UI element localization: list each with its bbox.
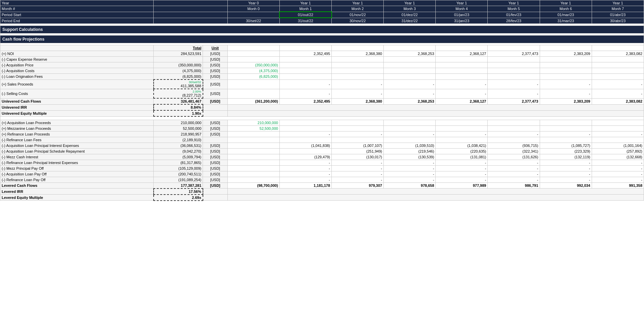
levered-cf-y0: (98,700,000) [227, 182, 279, 189]
refi-loan-m7: - [592, 131, 644, 137]
acq-interest-label: (-) Acquisition Loan Principal Interest … [0, 143, 154, 148]
sales-proceeds-total: 30/set/32 411,385,588 [154, 79, 203, 89]
sales-proceeds-row: (+) Sales Proceeds 30/set/32 411,385,588… [0, 79, 644, 89]
noi-y0 [227, 51, 279, 57]
levered-cf-row: Levered Cash Flows 177,387,281 [USD] (98… [0, 182, 644, 189]
levered-cf-m6: 992,034 [540, 182, 592, 189]
acq-interest-m6: (1,085,727) [540, 143, 592, 148]
month-label: Month # [0, 6, 154, 12]
cashflow-title: Cash flow Projections [0, 36, 644, 43]
refi-fees-row: (-) Refinance Loan Fees (2,189,910) [0, 137, 644, 143]
refi-interest-unit: [USD] [203, 160, 227, 165]
acq-price-label: (-) Acquisition Price [0, 62, 154, 68]
capex-label: (-) Capex Expense Reserve [0, 57, 154, 62]
acq-payoff-total: (200,740,511) [154, 171, 203, 177]
sales-proceeds-label: (+) Sales Proceeds [0, 79, 154, 89]
loan-orig-m2 [332, 74, 384, 80]
year-1-m3: Year 1 [384, 0, 436, 6]
sales-proceeds-m1: - [279, 79, 331, 89]
mezz-cash-interest-label: (-) Mezz Cash Interest [0, 154, 154, 160]
month-header-row: Month # Monh 0 Monh 1 Monh 2 Monh 3 Monh… [0, 6, 644, 12]
unlevered-em-label: Unlevered Equity Multiple [0, 110, 154, 116]
capex-m1 [279, 57, 331, 62]
refi-loan-m6: - [540, 131, 592, 137]
unlevered-em-value: 1.90x [154, 110, 203, 116]
capex-y0 [227, 57, 279, 62]
selling-costs-unit: [USD] [203, 89, 227, 98]
levered-cf-m7: 991,358 [592, 182, 644, 189]
sales-proceeds-m7: - [592, 79, 644, 89]
levered-irr-label: Levered IRR [0, 189, 154, 195]
acq-payoff-m5: - [488, 171, 540, 177]
unlevered-cf-m4: 2,368,127 [436, 98, 488, 104]
period-start-7: 01/abr/23 [592, 12, 644, 18]
acq-repay-m7: (257,892) [592, 148, 644, 154]
unlevered-irr-label: Unlevered IRR [0, 104, 154, 110]
levered-cf-unit: [USD] [203, 182, 227, 189]
selling-costs-m6: - [540, 89, 592, 98]
period-end-2: 30/nov/22 [332, 18, 384, 24]
refi-loan-unit: [USD] [203, 131, 227, 137]
refi-fees-total: (2,189,910) [154, 137, 203, 143]
acq-payoff-m3: - [384, 171, 436, 177]
refi-payoff-m4: - [436, 177, 488, 182]
noi-total: 284,523,591 [154, 51, 203, 57]
acq-repay-total: (9,042,270) [154, 148, 203, 154]
refi-interest-row: (-) Refinance Loan Principal Interest Ex… [0, 160, 644, 165]
unlevered-em-data [227, 110, 644, 116]
mezz-payoff-total: (105,129,009) [154, 165, 203, 171]
refi-interest-m2: - [332, 160, 384, 165]
month-2: Monh 2 [332, 6, 384, 12]
unlevered-irr-value: 8.84% [154, 104, 203, 110]
data-header-4 [436, 45, 488, 51]
loan-orig-m6 [540, 74, 592, 80]
period-start-1[interactable]: 01/out/22 [279, 12, 331, 18]
acq-loan-m1 [279, 120, 331, 125]
mezz-payoff-m5: - [488, 165, 540, 171]
month-6: Monh 6 [540, 6, 592, 12]
acq-repay-m6: (223,329) [540, 148, 592, 154]
period-start-5: 01/fev/23 [488, 12, 540, 18]
levered-cf-label: Levered Cash Flows [0, 182, 154, 189]
levered-irr-value: 17.56% [154, 189, 203, 195]
acq-loan-label: (+) Acquisition Loan Proceeds [0, 120, 154, 125]
selling-costs-m1: - [279, 89, 331, 98]
levered-cf-m4: 977,989 [436, 182, 488, 189]
levered-em-value: 2.69x [154, 195, 203, 201]
mezz-loan-label: (+) Mezzanine Loan Proceeds [0, 125, 154, 131]
refi-interest-m6: - [540, 160, 592, 165]
period-end-5: 28/fev/23 [488, 18, 540, 24]
acq-costs-m6 [540, 68, 592, 74]
data-header-5 [488, 45, 540, 51]
period-start-0 [227, 12, 279, 18]
refi-loan-m4: - [436, 131, 488, 137]
acq-loan-m5 [488, 120, 540, 125]
mezz-payoff-m4: - [436, 165, 488, 171]
period-end-1: 31/out/22 [279, 18, 331, 24]
refi-fees-m2 [332, 137, 384, 143]
acq-costs-m3 [384, 68, 436, 74]
mezz-cash-interest-m7: (132,668) [592, 154, 644, 160]
acq-payoff-y0 [227, 171, 279, 177]
year-1-m5: Year 1 [488, 0, 540, 6]
refi-fees-m5 [488, 137, 540, 143]
acq-repay-label: (-) Acquisition Loan Principal Schedule … [0, 148, 154, 154]
refi-interest-m7: - [592, 160, 644, 165]
selling-costs-dashed-label: 2.00% [155, 90, 201, 93]
acq-loan-m3 [384, 120, 436, 125]
capex-m6 [540, 57, 592, 62]
levered-cf-m2: 979,307 [332, 182, 384, 189]
noi-row: (+) NOI 284,523,591 [USD] 2,352,495 2,36… [0, 51, 644, 57]
capex-m3 [384, 57, 436, 62]
noi-m2: 2,368,380 [332, 51, 384, 57]
mezz-loan-unit: [USD] [203, 125, 227, 131]
unlevered-cf-m6: 2,383,209 [540, 98, 592, 104]
refi-interest-m5: - [488, 160, 540, 165]
capex-m2 [332, 57, 384, 62]
period-end-3: 31/dez/22 [384, 18, 436, 24]
mezz-payoff-unit: [USD] [203, 165, 227, 171]
levered-cf-total: 177,387,281 [154, 182, 203, 189]
acq-interest-unit: [USD] [203, 143, 227, 148]
noi-m1: 2,352,495 [279, 51, 331, 57]
sales-proceeds-m2: - [332, 79, 384, 89]
